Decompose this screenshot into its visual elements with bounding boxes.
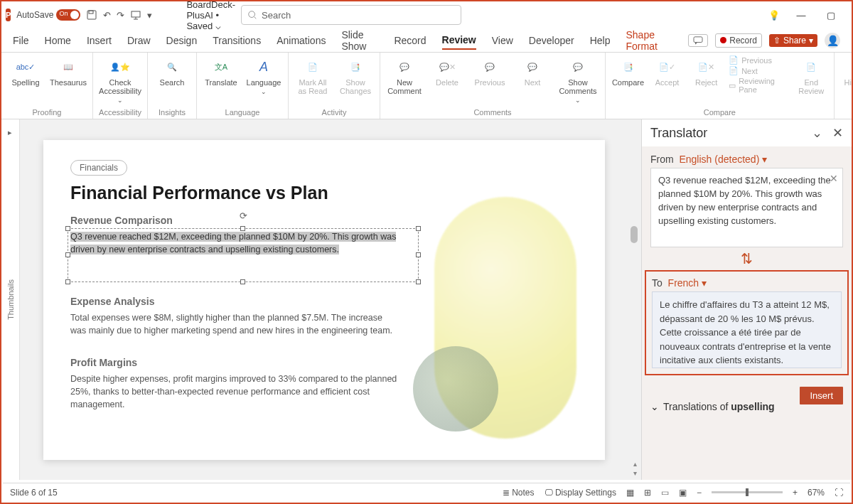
- tab-design[interactable]: Design: [166, 32, 198, 49]
- search-placeholder: Search: [262, 10, 291, 21]
- qat-more-icon[interactable]: ▾: [147, 9, 152, 21]
- mark-read-icon: 📄: [303, 57, 323, 77]
- search-button[interactable]: 🔍Search: [154, 55, 191, 87]
- view-normal-icon[interactable]: ▦: [626, 488, 634, 498]
- zoom-slider[interactable]: [712, 491, 783, 493]
- target-section: To French ▾ Le chiffre d'affaires du T3 …: [645, 270, 849, 375]
- tab-animations[interactable]: Animations: [277, 32, 326, 49]
- selection-handle[interactable]: [240, 279, 245, 284]
- slide-canvas[interactable]: Financials Financial Performance vs Plan…: [20, 119, 628, 480]
- tab-insert[interactable]: Insert: [87, 32, 112, 49]
- show-comments-icon: 💬: [568, 57, 588, 77]
- autosave-toggle[interactable]: On: [56, 9, 80, 21]
- accept-icon: 📄✓: [658, 57, 677, 77]
- check-accessibility-button[interactable]: 👤⭐Check Accessibility⌄: [99, 55, 141, 104]
- group-insights: Insights: [159, 107, 186, 119]
- selection-handle[interactable]: [65, 226, 70, 231]
- compare-icon: 📑: [618, 57, 638, 77]
- next-slide-icon[interactable]: ▾: [633, 469, 637, 477]
- tab-record[interactable]: Record: [394, 32, 426, 49]
- view-slideshow-icon[interactable]: ▣: [679, 488, 687, 498]
- save-icon[interactable]: [86, 9, 97, 21]
- to-lang-row[interactable]: To French ▾: [652, 277, 842, 289]
- thumbnails-expand[interactable]: ▸: [8, 128, 12, 137]
- zoom-thumb[interactable]: [746, 488, 749, 496]
- selection-handle[interactable]: [416, 226, 421, 231]
- scroll-thumb[interactable]: [631, 226, 638, 243]
- minimize-button[interactable]: —: [793, 10, 810, 21]
- pane-options-icon[interactable]: ⌄: [812, 125, 822, 141]
- record-button[interactable]: Record: [715, 33, 762, 48]
- translations-expander[interactable]: ⌄ Translations of upselling: [650, 401, 800, 412]
- reject-button: 📄✕Reject: [690, 55, 723, 87]
- redo-icon[interactable]: ↷: [117, 9, 124, 21]
- tab-developer[interactable]: Developer: [529, 32, 574, 49]
- tab-transitions[interactable]: Transitions: [213, 32, 261, 49]
- end-review-icon: 📄: [801, 57, 821, 77]
- doc-title[interactable]: BoardDeck-PlusAI • Saved ⌵: [186, 0, 235, 31]
- selection-handle[interactable]: [65, 252, 70, 257]
- rotate-handle-icon[interactable]: ⟳: [240, 210, 247, 221]
- translate-icon: 文A: [211, 57, 231, 77]
- language-button[interactable]: ALanguage⌄: [245, 55, 282, 95]
- paragraph-expense[interactable]: Total expenses were $8M, slightly higher…: [70, 311, 397, 337]
- translate-button[interactable]: 文ATranslate: [203, 55, 240, 87]
- display-settings-button[interactable]: 🖵 Display Settings: [544, 488, 616, 498]
- slide-counter[interactable]: Slide 6 of 15: [10, 488, 58, 498]
- search-icon: [247, 10, 257, 20]
- search-ribbon-icon: 🔍: [162, 57, 182, 77]
- search-input[interactable]: Search: [241, 5, 461, 25]
- source-text-box[interactable]: Q3 revenue reached $12M, exceeding the p…: [650, 168, 843, 247]
- tab-help[interactable]: Help: [590, 32, 611, 49]
- present-icon[interactable]: [130, 9, 141, 21]
- ribbon-tabs: File Home Insert Draw Design Transitions…: [1, 28, 852, 53]
- zoom-in-button[interactable]: +: [793, 488, 798, 498]
- slide[interactable]: Financials Financial Performance vs Plan…: [43, 140, 605, 460]
- view-reading-icon[interactable]: ▭: [661, 488, 669, 498]
- zoom-percent[interactable]: 67%: [808, 488, 825, 498]
- clear-source-icon[interactable]: ✕: [830, 171, 838, 186]
- selected-text[interactable]: Q3 revenue reached $12M, exceeding the p…: [70, 232, 396, 254]
- vertical-scrollbar[interactable]: ▴▾: [628, 119, 641, 480]
- tab-shape-format[interactable]: Shape Format: [626, 26, 672, 55]
- tab-file[interactable]: File: [13, 32, 29, 49]
- tab-draw[interactable]: Draw: [127, 32, 151, 49]
- notes-button[interactable]: ≣ Notes: [503, 488, 535, 498]
- from-lang-row[interactable]: From English (detected) ▾: [650, 154, 843, 165]
- workspace: ▸ Thumbnails Financials Financial Perfor…: [1, 119, 852, 480]
- view-sorter-icon[interactable]: ⊞: [644, 488, 651, 498]
- maximize-button[interactable]: ▢: [822, 10, 839, 21]
- zoom-out-button[interactable]: −: [697, 488, 702, 498]
- status-bar: Slide 6 of 15 ≣ Notes 🖵 Display Settings…: [3, 483, 850, 501]
- lightbulb-icon[interactable]: 💡: [768, 10, 780, 21]
- translator-title: Translator: [650, 126, 707, 141]
- selection-handle[interactable]: [65, 279, 70, 284]
- from-lang: English (detected): [679, 154, 759, 165]
- new-comment-button[interactable]: 💬New Comment: [386, 55, 423, 95]
- titlebar: AutoSave On ↶ ↷ ▾ BoardDeck-PlusAI • Sav…: [1, 1, 852, 28]
- share-button[interactable]: ⇧ Share ▾: [769, 34, 817, 47]
- selection-handle[interactable]: [416, 252, 421, 257]
- show-comments-button[interactable]: 💬Show Comments⌄: [557, 55, 599, 104]
- delete-comment-button: 💬✕Delete: [429, 55, 466, 87]
- tab-slideshow[interactable]: Slide Show: [341, 26, 378, 55]
- tab-home[interactable]: Home: [45, 32, 71, 49]
- selection-handle[interactable]: [416, 279, 421, 284]
- fit-to-window-icon[interactable]: ⛶: [835, 488, 843, 498]
- comments-mode-button[interactable]: [688, 34, 708, 47]
- tab-review[interactable]: Review: [442, 31, 476, 50]
- tab-view[interactable]: View: [492, 32, 513, 49]
- paragraph-profit[interactable]: Despite higher expenses, profit margins …: [70, 372, 397, 411]
- pane-close-icon[interactable]: ✕: [832, 125, 843, 141]
- spelling-icon: abc✓: [16, 57, 36, 77]
- insert-button[interactable]: Insert: [800, 387, 843, 404]
- user-avatar-icon[interactable]: 👤: [825, 33, 840, 48]
- spelling-button[interactable]: abc✓Spelling: [7, 55, 44, 87]
- thumbnails-rail[interactable]: Thumbnails: [1, 119, 20, 480]
- compare-button[interactable]: 📑Compare: [611, 55, 645, 87]
- undo-icon[interactable]: ↶: [103, 9, 111, 21]
- swap-langs-icon[interactable]: ⇅: [650, 247, 843, 270]
- next-comment-button: 💬Next: [514, 55, 551, 87]
- prev-slide-icon[interactable]: ▴: [633, 460, 637, 468]
- thesaurus-button[interactable]: 📖Thesaurus: [50, 55, 87, 87]
